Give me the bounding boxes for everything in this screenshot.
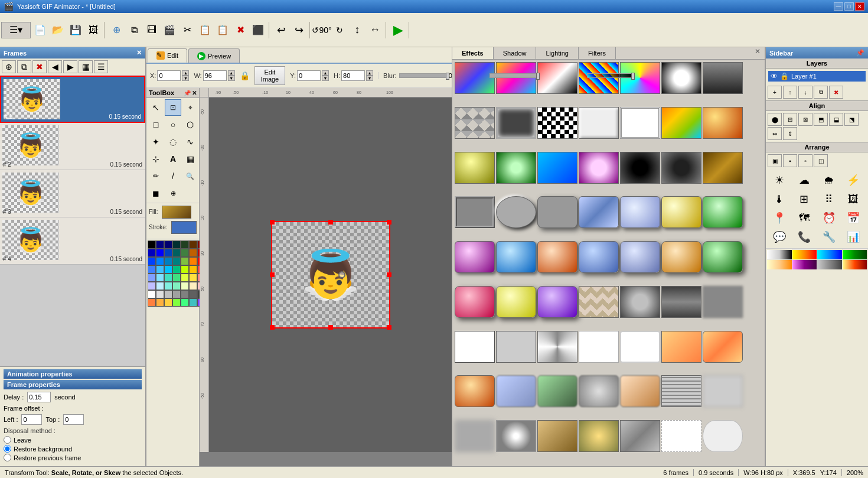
- effect-42[interactable]: [703, 286, 743, 318]
- palette-color-#e0ff40[interactable]: [181, 274, 189, 282]
- tab-preview[interactable]: ▶ Preview: [188, 48, 240, 63]
- effect-24[interactable]: [537, 196, 577, 228]
- brush-tool[interactable]: /: [165, 168, 181, 184]
- layer-delete-btn[interactable]: ✖: [829, 86, 843, 99]
- effect-61[interactable]: [620, 420, 660, 452]
- effect-44[interactable]: [496, 331, 536, 363]
- effect-40[interactable]: [620, 286, 660, 318]
- effect-33[interactable]: [620, 241, 660, 273]
- effect-45[interactable]: [537, 331, 577, 363]
- spiral-tool[interactable]: ◌: [165, 134, 181, 150]
- effect-51[interactable]: [496, 375, 536, 407]
- arrange-backward-btn[interactable]: ◫: [814, 154, 828, 167]
- node-tool[interactable]: ⊹: [148, 151, 164, 167]
- open-btn[interactable]: 📂: [50, 22, 66, 38]
- blur-slider[interactable]: [399, 73, 446, 78]
- disposal-restore-bg-radio[interactable]: [4, 445, 11, 453]
- effect-15[interactable]: [455, 152, 495, 184]
- palette-color-#f0ffc0[interactable]: [181, 282, 189, 290]
- add-frame-tool[interactable]: ⊕: [2, 60, 16, 73]
- palette-color-#40e0c0[interactable]: [164, 274, 172, 282]
- effect-14[interactable]: [703, 107, 743, 139]
- animation-props-header[interactable]: Animation properties: [4, 369, 142, 379]
- palette-color-#408040[interactable]: [181, 249, 189, 257]
- layer-lock-icon[interactable]: 🔒: [780, 72, 789, 80]
- image-icon[interactable]: 🖼: [842, 190, 864, 208]
- palette-color-#ffd040[interactable]: [164, 298, 172, 307]
- canvas-content[interactable]: 👼: [209, 97, 452, 452]
- gradient-swatch-1[interactable]: [767, 250, 792, 259]
- layer-visibility-icon[interactable]: 👁: [771, 72, 778, 80]
- maximize-btn[interactable]: □: [844, 2, 854, 11]
- layer-item-1[interactable]: 👁 🔒 Layer #1: [768, 71, 866, 82]
- palette-color-#204020[interactable]: [181, 240, 189, 249]
- w-up-btn[interactable]: ▲: [228, 70, 235, 76]
- frame-props-btn[interactable]: 🎬: [161, 22, 178, 38]
- undo-btn[interactable]: ↩: [273, 22, 289, 38]
- palette-color-#ffe040[interactable]: [189, 274, 197, 282]
- effect-56[interactable]: [703, 375, 743, 407]
- palette-color-#80f0e0[interactable]: [164, 282, 172, 290]
- palette-color-#4080ff[interactable]: [148, 265, 156, 274]
- arrange-front-btn[interactable]: ▣: [768, 154, 782, 167]
- effect-3[interactable]: [537, 62, 577, 94]
- rotate-ccw-btn[interactable]: ↺90°: [314, 22, 330, 38]
- handle-tm[interactable]: [328, 220, 333, 225]
- palette-color-#c0c0c0[interactable]: [164, 290, 172, 298]
- opacity-slider[interactable]: [587, 73, 634, 78]
- palette-color-#a0a0a0[interactable]: [172, 290, 181, 298]
- new-btn[interactable]: 📄: [32, 22, 48, 38]
- menu-btn[interactable]: ☰▾: [1, 22, 31, 38]
- lock-icon[interactable]: 🔒: [240, 71, 250, 80]
- effect-21[interactable]: [703, 152, 743, 184]
- align-bottom-btn[interactable]: ⬔: [844, 113, 859, 126]
- gradient-swatch-8[interactable]: [843, 260, 867, 269]
- palette-color-#80ff40[interactable]: [172, 298, 181, 307]
- disposal-leave-radio[interactable]: [4, 436, 11, 444]
- palette-color-#603000[interactable]: [189, 240, 197, 249]
- palette-color-#80e0ff[interactable]: [156, 274, 164, 282]
- palette-color-#e0e0e0[interactable]: [156, 290, 164, 298]
- glow-slider[interactable]: [490, 73, 537, 78]
- palette-color-#40ff80[interactable]: [181, 298, 189, 307]
- effect-29[interactable]: [455, 241, 495, 273]
- disposal-restore-prev[interactable]: Restore previous frame: [4, 454, 142, 461]
- palette-color-#c0c0ff[interactable]: [148, 282, 156, 290]
- effect-32[interactable]: [579, 241, 619, 273]
- effect-16[interactable]: [496, 152, 536, 184]
- effect-4[interactable]: [579, 62, 619, 94]
- distribute-h-btn[interactable]: ⇔: [768, 127, 782, 140]
- phone-icon[interactable]: 📞: [793, 228, 815, 246]
- palette-color-#003030[interactable]: [172, 240, 181, 249]
- close-btn[interactable]: ✕: [855, 2, 864, 11]
- layer-add-btn[interactable]: +: [768, 86, 782, 99]
- effect-62[interactable]: [661, 420, 701, 452]
- align-center-btn[interactable]: ⊟: [783, 113, 797, 126]
- align-top-btn[interactable]: ⬒: [814, 113, 828, 126]
- cloud-icon[interactable]: ☁: [793, 171, 815, 189]
- delay-input[interactable]: [27, 392, 51, 402]
- canvas-area[interactable]: -90 -50 -10 10 40 60 80 100: [200, 88, 452, 466]
- palette-color-#000070[interactable]: [164, 240, 172, 249]
- effect-22[interactable]: [455, 196, 495, 228]
- frame-list-btn[interactable]: ☰: [94, 60, 108, 73]
- flip-h-btn[interactable]: ↔: [367, 22, 383, 38]
- tab-edit[interactable]: ✎ Edit: [148, 48, 187, 63]
- palette-color-#0080ff[interactable]: [156, 257, 164, 265]
- effect-37[interactable]: [496, 286, 536, 318]
- w-down-btn[interactable]: ▼: [228, 76, 235, 81]
- gradient-swatch-4[interactable]: [843, 250, 867, 259]
- x-input[interactable]: [157, 70, 181, 81]
- x-up-btn[interactable]: ▲: [182, 70, 189, 76]
- frame-view-btn[interactable]: ▦: [79, 60, 93, 73]
- redo-btn[interactable]: ↪: [291, 22, 307, 38]
- arrange-back-btn[interactable]: ▪: [783, 154, 797, 167]
- select-tool[interactable]: ↖: [148, 99, 164, 116]
- effect-9[interactable]: [496, 107, 536, 139]
- h-up-btn[interactable]: ▲: [366, 70, 373, 76]
- palette-color-#606060[interactable]: [189, 290, 197, 298]
- clock-icon[interactable]: ⏰: [818, 209, 840, 227]
- handle-ml[interactable]: [270, 272, 275, 277]
- sidebar-pin-icon[interactable]: 📌: [856, 49, 864, 57]
- dots-icon[interactable]: ⠿: [818, 190, 840, 208]
